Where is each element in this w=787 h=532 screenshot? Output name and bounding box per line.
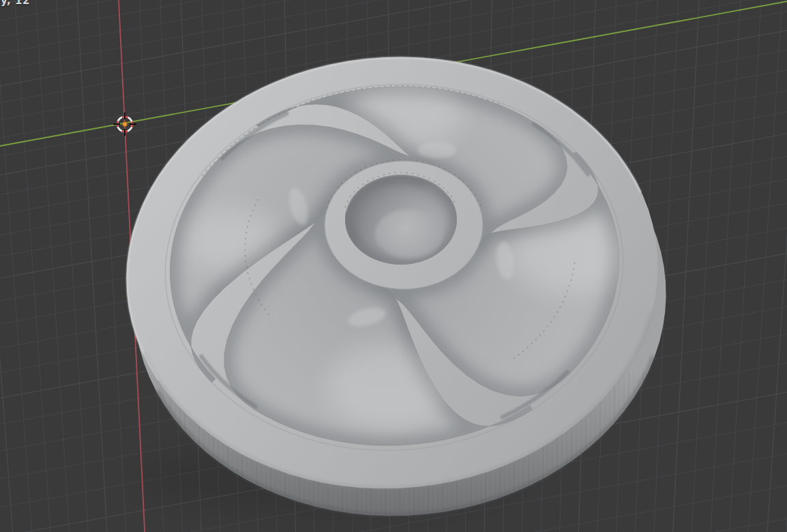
viewport-scene[interactable] xyxy=(0,0,787,532)
object-origin-dot xyxy=(122,121,127,126)
3d-viewport[interactable]: y, 12 xyxy=(0,0,787,532)
wall-end-knob xyxy=(417,142,456,158)
